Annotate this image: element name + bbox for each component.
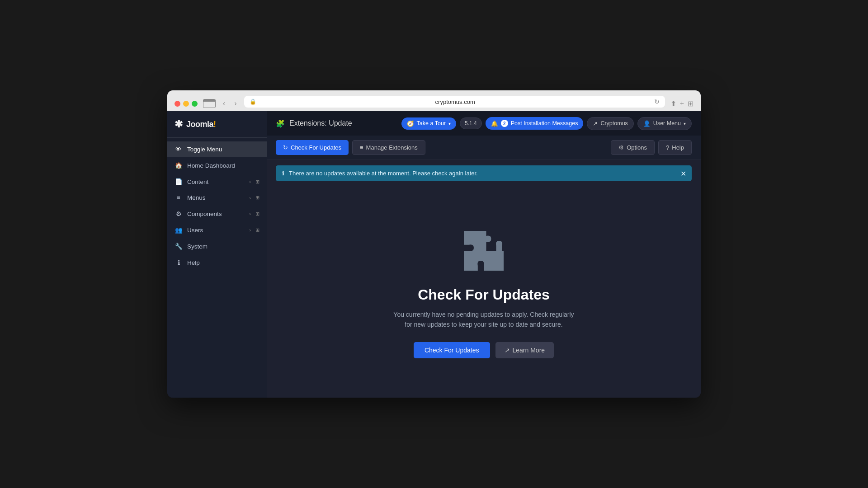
- sidebar-item-menus[interactable]: ≡ Menus › ⊞: [167, 190, 267, 206]
- joomla-text: Joomla!: [186, 120, 216, 129]
- new-tab-button[interactable]: +: [680, 99, 684, 108]
- info-alert: ℹ There are no updates available at the …: [276, 165, 692, 181]
- notifications-button[interactable]: 🔔 2 Post Installation Messages: [486, 117, 584, 130]
- post-install-label: Post Installation Messages: [511, 120, 578, 127]
- page-title: Extensions: Update: [289, 119, 352, 127]
- sidebar-system-label: System: [187, 243, 259, 250]
- sidebar-help-label: Help: [187, 259, 259, 266]
- sidebar-toggle-menu-label: Toggle Menu: [187, 146, 259, 153]
- external-link-icon: ↗: [593, 120, 598, 127]
- learn-more-label: Learn More: [513, 347, 545, 354]
- tabs-button[interactable]: ⊞: [688, 99, 693, 108]
- refresh-icon: ↻: [283, 144, 288, 151]
- user-menu-button[interactable]: 👤 User Menu ▾: [637, 117, 692, 130]
- toolbar: ↻ Check For Updates ≡ Manage Extensions …: [267, 136, 701, 160]
- puzzle-svg: [459, 226, 509, 276]
- toolbar-right: ⚙ Options ? Help: [611, 140, 692, 155]
- menus-icon: ≡: [175, 194, 183, 201]
- sidebar-item-home-dashboard[interactable]: 🏠 Home Dashboard: [167, 157, 267, 174]
- sidebar-menus-label: Menus: [187, 194, 245, 201]
- manage-extensions-label: Manage Extensions: [366, 144, 418, 151]
- top-bar: 🧩 Extensions: Update 🧭 Take a Tour ▾ 5.1…: [267, 111, 701, 136]
- version-badge: 5.1.4: [460, 117, 482, 129]
- content-icon: 📄: [175, 178, 183, 185]
- extensions-page-icon: 🧩: [276, 119, 285, 128]
- reload-button[interactable]: ↻: [654, 98, 660, 105]
- toggle-menu-icon: 👁: [175, 146, 183, 153]
- user-menu-label: User Menu: [653, 120, 681, 127]
- traffic-lights: [175, 101, 198, 107]
- main-title: Check For Updates: [418, 286, 550, 303]
- check-for-updates-toolbar-button[interactable]: ↻ Check For Updates: [276, 140, 349, 155]
- forward-button[interactable]: ›: [232, 99, 238, 108]
- components-grid-icon: ⊞: [255, 211, 259, 217]
- content-area: Check For Updates You currently have no …: [267, 187, 701, 398]
- tour-chevron-icon: ▾: [448, 121, 451, 126]
- description-line2: for new updates to keep your site up to …: [405, 321, 562, 328]
- components-icon: ⚙: [175, 210, 183, 217]
- sidebar-item-content[interactable]: 📄 Content › ⊞: [167, 174, 267, 190]
- puzzle-illustration: [459, 226, 509, 277]
- share-button[interactable]: ⬆: [670, 99, 676, 108]
- toolbar-left: ↻ Check For Updates ≡ Manage Extensions: [276, 140, 425, 155]
- info-icon: ℹ: [282, 170, 284, 177]
- users-grid-icon: ⊞: [255, 227, 259, 233]
- address-bar-container: 🔒 ↻: [244, 96, 665, 108]
- system-icon: 🔧: [175, 243, 183, 250]
- security-icon: 🔒: [250, 99, 256, 105]
- check-updates-label: Check For Updates: [291, 144, 341, 151]
- help-sidebar-icon: ℹ: [175, 259, 183, 266]
- sidebar-home-label: Home Dashboard: [187, 162, 259, 169]
- components-chevron-icon: ›: [249, 211, 251, 216]
- menus-chevron-icon: ›: [249, 195, 251, 201]
- sidebar-components-label: Components: [187, 211, 245, 217]
- user-icon: 👤: [643, 120, 651, 127]
- logo-area: ✱ Joomla!: [167, 111, 267, 138]
- sidebar-item-system[interactable]: 🔧 System: [167, 238, 267, 254]
- external-icon: ↗: [505, 347, 510, 354]
- content-actions: Check For Updates ↗ Learn More: [414, 342, 554, 358]
- joomla-icon: ✱: [175, 118, 183, 130]
- sidebar-content-label: Content: [187, 178, 245, 185]
- content-chevron-icon: ›: [249, 179, 251, 184]
- sidebar-item-help[interactable]: ℹ Help: [167, 254, 267, 271]
- sidebar: ✱ Joomla! 👁 Toggle Menu 🏠 Home Dashboard…: [167, 111, 267, 398]
- browser-actions: ⬆ + ⊞: [670, 99, 693, 108]
- page-title-area: 🧩 Extensions: Update: [276, 119, 352, 128]
- top-bar-actions: 🧭 Take a Tour ▾ 5.1.4 🔔 2 Post Installat…: [401, 117, 692, 130]
- cryptomus-label: Cryptomus: [600, 120, 627, 127]
- sidebar-navigation: 👁 Toggle Menu 🏠 Home Dashboard 📄 Content…: [167, 138, 267, 274]
- take-tour-button[interactable]: 🧭 Take a Tour ▾: [401, 117, 456, 130]
- manage-extensions-button[interactable]: ≡ Manage Extensions: [352, 140, 425, 155]
- alert-close-button[interactable]: ✕: [680, 169, 686, 178]
- address-bar[interactable]: [260, 99, 651, 105]
- check-updates-main-label: Check For Updates: [425, 347, 479, 354]
- cryptomus-button[interactable]: ↗ Cryptomus: [587, 117, 633, 130]
- options-button[interactable]: ⚙ Options: [611, 140, 655, 155]
- gear-icon: ⚙: [618, 144, 624, 151]
- help-label: Help: [672, 144, 684, 151]
- sidebar-item-toggle-menu[interactable]: 👁 Toggle Menu: [167, 141, 267, 157]
- learn-more-button[interactable]: ↗ Learn More: [495, 342, 554, 358]
- help-button[interactable]: ? Help: [658, 140, 692, 155]
- maximize-button[interactable]: [192, 101, 198, 107]
- content-grid-icon: ⊞: [255, 179, 259, 185]
- back-button[interactable]: ‹: [221, 99, 227, 108]
- sidebar-item-components[interactable]: ⚙ Components › ⊞: [167, 206, 267, 222]
- users-icon: 👥: [175, 226, 183, 234]
- sidebar-item-users[interactable]: 👥 Users › ⊞: [167, 222, 267, 238]
- user-menu-chevron-icon: ▾: [684, 121, 686, 126]
- minimize-button[interactable]: [183, 101, 189, 107]
- window-toggle-icon[interactable]: [203, 99, 216, 108]
- menus-grid-icon: ⊞: [255, 195, 259, 201]
- sidebar-users-label: Users: [187, 227, 245, 234]
- home-icon: 🏠: [175, 162, 183, 169]
- close-button[interactable]: [175, 101, 180, 107]
- check-for-updates-main-button[interactable]: Check For Updates: [414, 342, 490, 358]
- alert-message: There are no updates available at the mo…: [289, 170, 478, 177]
- options-label: Options: [627, 144, 647, 151]
- tour-label: Take a Tour: [417, 120, 446, 127]
- description-line1: You currently have no pending updates to…: [393, 311, 574, 318]
- joomla-logo: ✱ Joomla!: [175, 118, 216, 130]
- notification-count: 2: [501, 120, 508, 127]
